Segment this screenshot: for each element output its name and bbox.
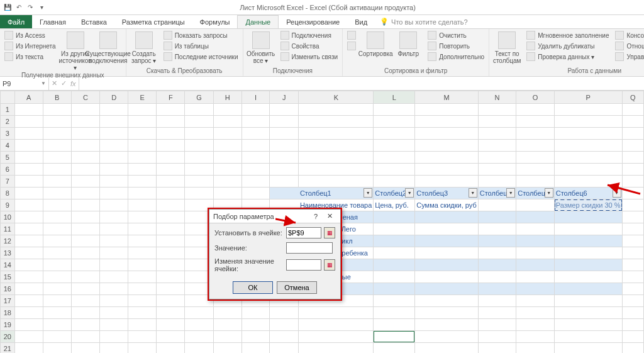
tab-insert[interactable]: Вставка xyxy=(74,15,114,28)
cell-F1[interactable] xyxy=(157,104,185,116)
cell-C8[interactable] xyxy=(71,188,99,199)
cell-P8[interactable]: Столбец6▼ xyxy=(554,188,622,199)
sort-button[interactable]: Сортировка xyxy=(360,30,391,57)
cell-C7[interactable] xyxy=(71,176,99,188)
cell-O17[interactable] xyxy=(516,295,554,307)
cell-O15[interactable] xyxy=(516,271,554,283)
cell-L5[interactable] xyxy=(374,152,415,164)
cell-N7[interactable] xyxy=(478,176,516,188)
cell-J2[interactable] xyxy=(270,116,299,128)
cell-N21[interactable] xyxy=(478,343,516,354)
data-validation-button[interactable]: Проверка данных ▾ xyxy=(525,52,611,62)
cell-O19[interactable] xyxy=(516,319,554,331)
cell-A13[interactable] xyxy=(14,247,43,259)
save-icon[interactable]: 💾 xyxy=(3,3,13,13)
cell-G5[interactable] xyxy=(185,152,213,164)
cell-C6[interactable] xyxy=(71,164,99,176)
cell-B3[interactable] xyxy=(43,128,71,140)
cell-Q8[interactable] xyxy=(622,188,643,199)
cell-A14[interactable] xyxy=(14,259,43,271)
cell-F6[interactable] xyxy=(157,164,185,176)
cell-H21[interactable] xyxy=(213,343,242,354)
cell-D9[interactable] xyxy=(100,199,128,211)
cell-A2[interactable] xyxy=(14,116,43,128)
cell-N13[interactable] xyxy=(478,247,516,259)
cell-L19[interactable] xyxy=(374,319,415,331)
advanced-filter-button[interactable]: Дополнительно xyxy=(426,52,486,62)
cell-Q21[interactable] xyxy=(622,343,643,354)
cell-D21[interactable] xyxy=(100,343,128,354)
cell-E12[interactable] xyxy=(128,235,157,247)
cell-E8[interactable] xyxy=(128,188,157,199)
col-header-L[interactable]: L xyxy=(374,91,415,104)
ok-button[interactable]: ОК xyxy=(233,281,273,294)
cell-L15[interactable] xyxy=(374,271,415,283)
cell-D6[interactable] xyxy=(100,164,128,176)
cell-N19[interactable] xyxy=(478,319,516,331)
cell-Q2[interactable] xyxy=(622,116,643,128)
cell-P2[interactable] xyxy=(554,116,622,128)
cell-K20[interactable] xyxy=(299,331,374,343)
cell-D11[interactable] xyxy=(100,223,128,235)
cell-D1[interactable] xyxy=(100,104,128,116)
cell-H20[interactable] xyxy=(213,331,242,343)
row-header-10[interactable]: 10 xyxy=(1,211,15,223)
cell-K8[interactable]: Столбец1▼ xyxy=(299,188,374,199)
cell-B7[interactable] xyxy=(43,176,71,188)
cell-M19[interactable] xyxy=(415,319,478,331)
redo-icon[interactable]: ↷ xyxy=(25,3,35,13)
row-header-4[interactable]: 4 xyxy=(1,140,15,152)
cell-N2[interactable] xyxy=(478,116,516,128)
select-all-corner[interactable] xyxy=(1,91,15,104)
cell-B4[interactable] xyxy=(43,140,71,152)
cell-O21[interactable] xyxy=(516,343,554,354)
cell-N18[interactable] xyxy=(478,307,516,319)
cell-J21[interactable] xyxy=(270,343,299,354)
cell-N12[interactable] xyxy=(478,235,516,247)
set-cell-input[interactable] xyxy=(286,227,321,238)
cell-G6[interactable] xyxy=(185,164,213,176)
cell-C1[interactable] xyxy=(71,104,99,116)
cell-O20[interactable] xyxy=(516,331,554,343)
col-header-N[interactable]: N xyxy=(478,91,516,104)
cell-N20[interactable] xyxy=(478,331,516,343)
cell-P12[interactable] xyxy=(554,235,622,247)
cell-B20[interactable] xyxy=(43,331,71,343)
cell-B8[interactable] xyxy=(43,188,71,199)
cell-M13[interactable] xyxy=(415,247,478,259)
cell-F19[interactable] xyxy=(157,319,185,331)
cell-M16[interactable] xyxy=(415,283,478,295)
cell-A19[interactable] xyxy=(14,319,43,331)
col-header-E[interactable]: E xyxy=(128,91,157,104)
dialog-titlebar[interactable]: Подбор параметра ? ✕ xyxy=(209,210,340,223)
tell-me[interactable]: 💡 Что вы хотите сделать? xyxy=(380,15,468,28)
cell-P10[interactable] xyxy=(554,211,622,223)
cell-M6[interactable] xyxy=(415,164,478,176)
from-web-button[interactable]: Из Интернета xyxy=(3,41,58,51)
cell-L3[interactable] xyxy=(374,128,415,140)
cell-P18[interactable] xyxy=(554,307,622,319)
cell-D18[interactable] xyxy=(100,307,128,319)
cell-H5[interactable] xyxy=(213,152,242,164)
cell-A1[interactable] xyxy=(14,104,43,116)
cell-M21[interactable] xyxy=(415,343,478,354)
cell-C18[interactable] xyxy=(71,307,99,319)
cell-I4[interactable] xyxy=(242,140,269,152)
row-header-11[interactable]: 11 xyxy=(1,223,15,235)
cell-K19[interactable] xyxy=(299,319,374,331)
cell-P21[interactable] xyxy=(554,343,622,354)
cell-D16[interactable] xyxy=(100,283,128,295)
cell-A5[interactable] xyxy=(14,152,43,164)
cell-O1[interactable] xyxy=(516,104,554,116)
cell-F3[interactable] xyxy=(157,128,185,140)
cell-F16[interactable] xyxy=(157,283,185,295)
cell-Q18[interactable] xyxy=(622,307,643,319)
from-access-button[interactable]: Из Access xyxy=(3,30,58,40)
cell-M3[interactable] xyxy=(415,128,478,140)
cell-L10[interactable] xyxy=(374,211,415,223)
cell-O7[interactable] xyxy=(516,176,554,188)
cell-P3[interactable] xyxy=(554,128,622,140)
cell-E11[interactable] xyxy=(128,223,157,235)
cell-B5[interactable] xyxy=(43,152,71,164)
cell-A7[interactable] xyxy=(14,176,43,188)
